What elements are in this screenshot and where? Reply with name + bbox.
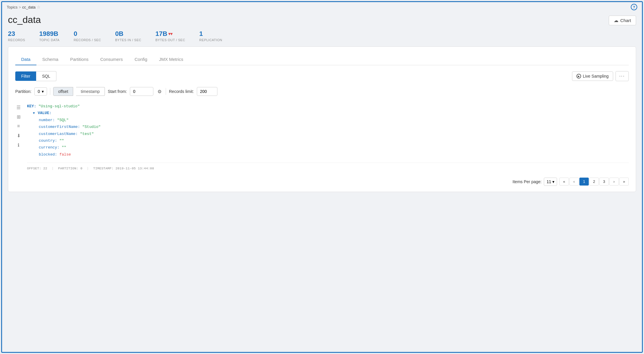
expand-arrow-icon[interactable]: ▼ — [33, 111, 35, 115]
page-title: cc_data — [8, 14, 41, 25]
record-field-number: number: "SQL" — [27, 117, 629, 123]
compact-view-icon[interactable]: ≡ — [15, 123, 22, 129]
sql-button[interactable]: SQL — [36, 71, 56, 81]
record-key-line: KEY: "Using-sql-studio" — [27, 103, 629, 110]
footer-offset-label: OFFSET: — [27, 167, 41, 170]
page-last-button[interactable]: » — [619, 178, 629, 186]
stat-bytes-out: 17B ▾▾ BYTES OUT / SEC — [155, 30, 185, 42]
tab-schema[interactable]: Schema — [36, 54, 64, 65]
partition-label: Partition: — [15, 89, 31, 94]
filter-button[interactable]: Filter — [15, 71, 36, 81]
chevron-down-icon: ▾ — [552, 179, 554, 184]
tab-bar: Data Schema Partitions Consumers Config … — [15, 54, 629, 65]
page-first-button[interactable]: « — [559, 178, 569, 186]
record-field-country: country: "" — [27, 137, 629, 144]
page-3-button[interactable]: 3 — [599, 178, 609, 186]
help-icon[interactable]: ? — [631, 4, 637, 10]
record-field-firstname: customerFirstName: "Studio" — [27, 123, 629, 130]
items-per-page-select[interactable]: 11 ▾ — [544, 178, 557, 186]
start-from-label: Start from: — [108, 89, 127, 94]
page-2-button[interactable]: 2 — [589, 178, 599, 186]
grid-view-icon[interactable]: ⊞ — [15, 113, 22, 120]
breadcrumb-current: cc_data — [22, 5, 36, 9]
start-from-input[interactable] — [130, 87, 153, 96]
partition-select[interactable]: 0 ▾ — [34, 87, 47, 96]
list-view-icon[interactable]: ☰ — [15, 104, 22, 111]
pagination: Items Per page: 11 ▾ « ‹ 1 2 3 › » — [15, 178, 629, 186]
stats-row: 23 RECORDS 1989B TOPIC DATA 0 RECORDS / … — [8, 30, 636, 42]
record-field-currency: currency: "" — [27, 144, 629, 151]
footer-timestamp-value: 2019-11-05 13:44:08 — [115, 167, 154, 170]
play-circle-icon: ▶ — [576, 74, 581, 79]
record-content: KEY: "Using-sql-studio" ▼ VALUE: number:… — [27, 103, 629, 172]
record-field-lastname: customerLastName: "test" — [27, 131, 629, 137]
tab-data[interactable]: Data — [15, 54, 36, 65]
offset-button[interactable]: offset — [53, 87, 73, 96]
footer-partition-value: 0 — [80, 167, 83, 170]
record-field-blocked: blocked: false — [27, 151, 629, 158]
page-next-button[interactable]: › — [609, 178, 619, 186]
data-section: ☰ ⊞ ≡ ⬇ ℹ KEY: "Using-sql-studio" ▼ VALU… — [15, 103, 629, 172]
page-nav: « ‹ 1 2 3 › » — [559, 178, 629, 186]
tab-partitions[interactable]: Partitions — [64, 54, 95, 65]
stat-records: 23 RECORDS — [8, 30, 25, 42]
filter-row: Partition: 0 ▾ offset timestamp Start fr… — [15, 87, 629, 96]
records-limit-input[interactable] — [197, 87, 217, 96]
breadcrumb-separator: > — [19, 5, 21, 9]
divider2 — [166, 88, 166, 95]
footer-offset-value: 22 — [43, 167, 47, 170]
breadcrumb: Topics > cc_data ☆ — [7, 5, 41, 9]
tab-jmx-metrics[interactable]: JMX Metrics — [153, 54, 189, 65]
divider — [50, 88, 50, 95]
footer-timestamp-label: TIMESTAMP: — [93, 167, 113, 170]
tab-consumers[interactable]: Consumers — [94, 54, 129, 65]
live-sampling-button[interactable]: ▶ Live Sampling — [572, 71, 613, 81]
cloud-chart-icon: ☁ — [614, 18, 618, 23]
breadcrumb-parent[interactable]: Topics — [7, 5, 18, 9]
stat-topic-data: 1989B TOPIC DATA — [39, 30, 60, 42]
favorite-star-icon[interactable]: ☆ — [37, 5, 41, 9]
down-indicator-icon: ▾▾ — [168, 31, 172, 36]
stat-replication: 1 REPLICATION — [199, 30, 222, 42]
info-icon[interactable]: ℹ — [15, 142, 22, 148]
stat-bytes-in: 0B BYTES IN / SEC — [115, 30, 141, 42]
items-per-page-label: Items Per page: — [513, 179, 542, 184]
more-options-button[interactable]: ··· — [616, 71, 629, 81]
chart-button[interactable]: ☁ Chart — [609, 16, 636, 25]
data-toolbar: Filter SQL ▶ Live Sampling ··· — [15, 71, 629, 81]
stat-records-sec: 0 RECORDS / SEC — [74, 30, 101, 42]
main-card: Data Schema Partitions Consumers Config … — [8, 46, 636, 192]
page-1-button[interactable]: 1 — [579, 178, 589, 186]
tab-config[interactable]: Config — [129, 54, 153, 65]
records-limit-label: Records limit: — [169, 89, 194, 94]
sliders-icon[interactable]: ⚙ — [156, 88, 163, 95]
page-prev-button[interactable]: ‹ — [569, 178, 579, 186]
download-icon[interactable]: ⬇ — [15, 132, 22, 139]
footer-partition-label: PARTITION: — [58, 167, 78, 170]
timestamp-button[interactable]: timestamp — [76, 87, 105, 96]
record-footer: OFFSET: 22 | PARTITION: 0 | TIMESTAMP: 2… — [27, 163, 629, 172]
chevron-down-icon: ▾ — [42, 89, 44, 94]
record-value-section: ▼ VALUE: — [27, 110, 629, 116]
